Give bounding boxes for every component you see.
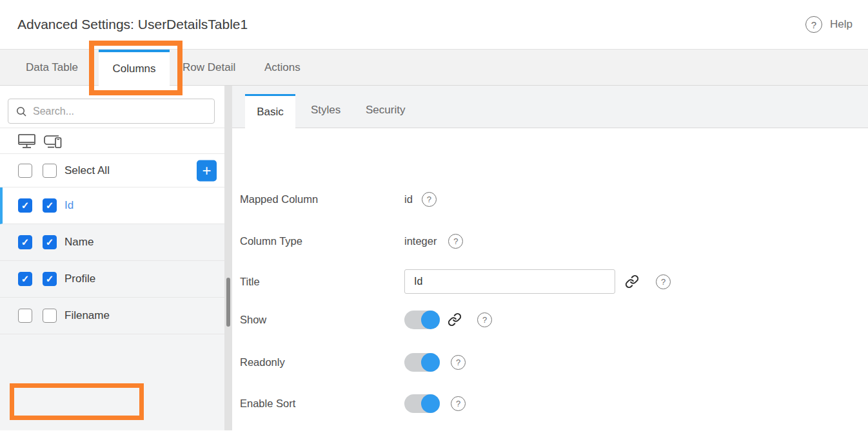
select-all-mobile-checkbox[interactable] (43, 164, 57, 178)
annotation-rectangle-filename (10, 383, 144, 420)
sidebar-scrollbar-track (224, 86, 232, 430)
enable-sort-row: Enable Sort ? (240, 390, 868, 416)
list-item-id[interactable]: ✓ ✓ Id (0, 187, 232, 224)
show-label: Show (240, 314, 404, 326)
list-item-label: Filename (64, 309, 110, 322)
add-column-button[interactable]: + (197, 160, 217, 181)
tab-columns[interactable]: Columns (99, 50, 170, 86)
mapped-column-row: Mapped Column id ? (240, 186, 868, 212)
tab-data-table[interactable]: Data Table (26, 50, 78, 85)
readonly-help-icon[interactable]: ? (451, 355, 466, 370)
list-item-label: Profile (64, 273, 95, 285)
show-bind-link-icon[interactable] (448, 312, 462, 327)
columns-sidebar: Select All + ✓ ✓ Id ✓ ✓ Name ✓ ✓ Profile (0, 86, 232, 430)
panel-tab-bar: Basic Styles Security (232, 86, 868, 128)
name-web-checkbox[interactable]: ✓ (18, 235, 32, 249)
select-all-web-checkbox[interactable] (18, 164, 32, 178)
column-type-value: integer (404, 235, 437, 247)
filename-web-checkbox[interactable] (18, 309, 32, 323)
title-bind-link-icon[interactable] (625, 274, 639, 289)
column-settings-panel: Basic Styles Security Mapped Column id ?… (232, 86, 868, 430)
column-type-row: Column Type integer ? (240, 228, 868, 254)
tab-styles[interactable]: Styles (311, 94, 340, 128)
list-item-label: Id (64, 199, 74, 212)
id-mobile-checkbox[interactable]: ✓ (43, 198, 57, 213)
column-type-label: Column Type (240, 235, 404, 247)
show-row: Show ? (240, 307, 868, 332)
mobile-devices-icon[interactable] (43, 133, 64, 149)
title-input[interactable] (404, 269, 615, 294)
readonly-toggle[interactable] (404, 353, 440, 372)
profile-web-checkbox[interactable]: ✓ (18, 272, 32, 286)
search-input[interactable] (33, 106, 206, 117)
readonly-label: Readonly (240, 356, 404, 369)
select-all-row: Select All + (0, 154, 232, 187)
sidebar-scrollbar-thumb[interactable] (226, 278, 230, 327)
tab-security[interactable]: Security (366, 94, 405, 128)
readonly-toggle-knob (421, 353, 440, 372)
mapped-column-value: id (404, 193, 413, 206)
title-help-icon[interactable]: ? (656, 274, 671, 289)
list-item-label: Name (64, 236, 94, 249)
mapped-column-label: Mapped Column (240, 193, 404, 206)
profile-mobile-checkbox[interactable]: ✓ (43, 272, 57, 286)
enable-sort-help-icon[interactable]: ? (451, 396, 466, 411)
filename-mobile-checkbox[interactable] (43, 309, 57, 323)
show-toggle-knob (421, 311, 440, 329)
tab-columns-label: Columns (112, 62, 155, 75)
select-all-label: Select All (64, 164, 110, 177)
main-tab-bar: Data Table Columns Row Detail Actions (0, 50, 868, 86)
help-label[interactable]: Help (830, 18, 853, 31)
tab-actions[interactable]: Actions (264, 50, 301, 85)
column-list: ✓ ✓ Id ✓ ✓ Name ✓ ✓ Profile Filename (0, 187, 232, 334)
enable-sort-label: Enable Sort (240, 397, 404, 410)
show-toggle[interactable] (404, 311, 440, 329)
id-web-checkbox[interactable]: ✓ (18, 198, 32, 213)
search-icon (16, 106, 26, 117)
column-type-help-icon[interactable]: ? (448, 234, 463, 249)
content-area: Select All + ✓ ✓ Id ✓ ✓ Name ✓ ✓ Profile (0, 86, 868, 430)
enable-sort-toggle-knob (421, 394, 440, 413)
list-item-profile[interactable]: ✓ ✓ Profile (0, 261, 232, 298)
search-box[interactable] (8, 99, 215, 124)
list-item-name[interactable]: ✓ ✓ Name (0, 224, 232, 261)
title-row: Title ? (240, 269, 868, 294)
help-question-icon[interactable]: ? (805, 16, 822, 33)
enable-sort-toggle[interactable] (404, 394, 440, 413)
device-filter-row (0, 128, 232, 154)
show-help-icon[interactable]: ? (477, 312, 492, 327)
page-title: Advanced Settings: UserDetailsTable1 (17, 17, 248, 32)
tab-basic[interactable]: Basic (245, 94, 295, 128)
title-label: Title (240, 276, 404, 288)
desktop-icon[interactable] (17, 133, 37, 149)
tab-basic-label: Basic (257, 106, 284, 119)
help-button[interactable]: ? Help (805, 16, 853, 33)
name-mobile-checkbox[interactable]: ✓ (43, 235, 57, 249)
list-item-filename[interactable]: Filename (0, 298, 232, 334)
readonly-row: Readonly ? (240, 349, 868, 375)
mapped-column-help-icon[interactable]: ? (422, 192, 437, 207)
dialog-header: Advanced Settings: UserDetailsTable1 ? H… (0, 0, 868, 50)
sidebar-search-section (0, 86, 232, 128)
tab-row-detail[interactable]: Row Detail (182, 50, 235, 85)
